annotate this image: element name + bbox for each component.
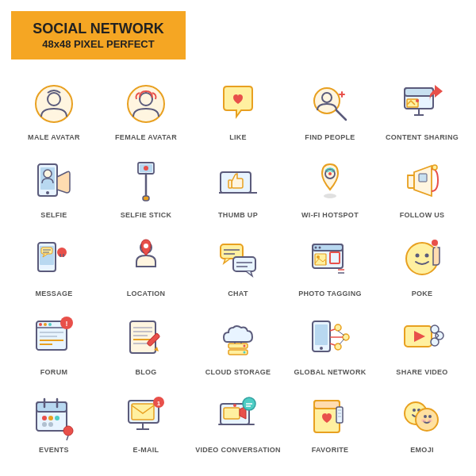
icon-label: CHAT [228,290,248,299]
icon-content-sharing: CONTENT SHARING [376,71,468,149]
icon-female-avatar: FEMALE AVATAR [100,71,192,149]
svg-point-41 [144,244,148,248]
icon-photo-tagging: PHOTO TAGGING [284,227,376,305]
svg-point-125 [233,404,236,407]
svg-point-58 [416,253,420,257]
icon-favorite: FAVORITE [284,383,376,462]
svg-point-108 [42,416,47,420]
svg-point-139 [424,415,427,418]
svg-point-18 [44,170,52,178]
svg-point-64 [39,323,42,326]
icon-label: THUMB UP [218,211,258,221]
svg-line-96 [340,339,344,344]
svg-line-95 [338,331,344,336]
svg-rect-87 [315,324,328,345]
svg-text:!: ! [66,320,68,328]
icon-events: EVENTS [8,383,100,462]
header-title: SOCIAL NETWORK [24,21,173,38]
icon-label: FOLLOW US [400,211,445,221]
svg-rect-130 [314,401,340,409]
svg-point-54 [319,246,321,248]
icon-share-video: SHARE VIDEO [376,305,468,384]
icon-message: MESSAGE [8,227,100,305]
svg-point-91 [335,344,341,350]
icon-label: FAVORITE [312,446,349,455]
svg-point-30 [432,165,437,170]
svg-rect-131 [336,407,343,423]
icon-label: LIKE [229,133,247,143]
icon-label: VIDEO CONVERSATION [195,446,281,455]
icon-thumb-up: THUMB UP [192,148,284,227]
icon-video-conversation: VIDEO CONVERSATION [192,383,284,462]
svg-point-53 [315,246,317,248]
icon-label: GLOBAL NETWORK [294,368,366,378]
svg-point-109 [48,416,53,420]
svg-point-113 [63,426,73,436]
icon-label: CONTENT SHARING [386,133,459,143]
icon-label: BLOG [135,368,156,378]
svg-point-59 [425,253,429,257]
icon-like: LIKE [192,71,284,149]
icon-label: EMOJI [410,446,434,455]
icon-label: MALE AVATAR [28,133,80,143]
svg-rect-45 [233,257,255,271]
icon-selfie-stick: SELFIE STICK [100,148,192,227]
icon-label: FORUM [40,368,68,378]
header-subtitle: 48x48 PIXEL PERFECT [24,38,173,50]
icon-blog: BLOG [100,305,192,384]
svg-point-82 [244,344,246,347]
icon-label: FIND PEOPLE [305,133,355,143]
icon-label: SHARE VIDEO [396,368,447,378]
icon-label: PHOTO TAGGING [298,290,362,299]
svg-point-112 [48,422,53,427]
icon-male-avatar: MALE AVATAR [8,71,100,149]
svg-point-141 [421,419,426,422]
icon-forum: ! FORUM [8,305,100,384]
svg-point-111 [42,422,47,427]
svg-point-51 [317,255,320,259]
svg-point-89 [335,324,341,331]
svg-point-136 [413,409,416,412]
icon-label: CLOUD STORAGE [205,368,271,378]
icon-label: POKE [412,290,433,299]
svg-rect-31 [419,174,427,182]
icon-label: SELFIE [40,211,67,221]
icon-label: EVENTS [39,446,69,455]
header: SOCIAL NETWORK 48x48 PIXEL PERFECT [11,11,186,60]
icon-email: 1 E-MAIL [100,383,192,462]
icon-wifi-hotspot: WI-FI HOTSPOT [284,148,376,227]
icon-global-network: GLOBAL NETWORK [284,305,376,384]
svg-point-23 [144,166,148,171]
svg-point-110 [55,416,60,420]
svg-text:1: 1 [157,400,161,407]
icon-label: MESSAGE [35,290,72,299]
svg-point-83 [244,351,246,353]
icons-grid: MALE AVATAR FEMALE AVATAR LIKE [0,63,476,470]
icon-cloud-storage: CLOUD STORAGE [192,305,284,384]
svg-rect-123 [224,408,240,419]
icon-label: WI-FI HOTSPOT [301,211,359,221]
svg-rect-73 [130,321,155,353]
svg-point-29 [324,194,336,198]
svg-point-61 [432,240,438,246]
icon-label: SELFIE STICK [121,211,172,221]
svg-line-6 [336,110,346,120]
icon-emoji: EMOJI [376,383,468,462]
svg-rect-26 [228,180,232,188]
icon-follow-us: FOLLOW US [376,148,468,227]
svg-rect-49 [313,244,343,251]
svg-point-37 [57,248,67,257]
svg-point-142 [428,419,432,422]
svg-point-17 [46,191,49,194]
svg-point-140 [428,415,432,418]
svg-rect-105 [36,402,67,412]
icon-find-people: FIND PEOPLE [284,71,376,149]
icon-label: FEMALE AVATAR [115,133,177,143]
svg-rect-118 [132,404,154,420]
icon-label: E-MAIL [133,446,159,455]
svg-rect-10 [405,88,433,96]
icon-location: LOCATION [100,227,192,305]
svg-rect-34 [41,248,52,254]
svg-point-138 [416,409,438,431]
svg-point-65 [44,323,47,326]
